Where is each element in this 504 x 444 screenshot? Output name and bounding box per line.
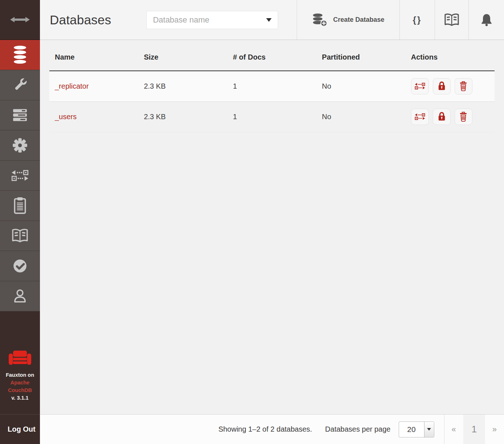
footer: Showing 1–2 of 2 databases. Databases pe… (40, 414, 504, 444)
header: Databases Database name (40, 0, 504, 40)
logout-button[interactable]: Log Out (0, 414, 40, 444)
brand-text-line1: Fauxton on (0, 371, 40, 379)
database-icon (12, 45, 28, 64)
databases-table: Name Size # of Docs Partitioned Actions … (49, 40, 495, 132)
sidebar-item-active-jobs[interactable] (0, 191, 40, 221)
braces-icon: {} (413, 15, 422, 25)
notifications-button[interactable] (468, 0, 504, 40)
database-link-replicator[interactable]: _replicator (55, 82, 89, 90)
set-permissions-button[interactable] (433, 78, 451, 94)
showing-summary: Showing 1–2 of 2 databases. (218, 425, 312, 433)
partitioned-cell: No (317, 71, 406, 101)
clipboard-icon (12, 197, 28, 214)
server-rack-icon (12, 109, 28, 121)
create-database-label: Create Database (333, 16, 384, 24)
column-header-partitioned: Partitioned (317, 40, 406, 71)
lock-icon (437, 112, 447, 122)
pagination-page-1[interactable]: 1 (463, 415, 485, 444)
replicate-database-button[interactable] (411, 109, 429, 125)
replicate-database-button[interactable] (411, 78, 429, 94)
main-panel: Databases Database name (40, 0, 504, 444)
user-icon (12, 288, 28, 304)
book-icon (12, 228, 28, 243)
bell-icon (480, 13, 493, 27)
database-add-icon (312, 13, 328, 27)
database-name-dropdown[interactable]: Database name (146, 11, 278, 29)
brand-text-line2: Apache (0, 379, 40, 387)
check-circle-icon (12, 258, 28, 274)
per-page-select[interactable]: 20 (399, 421, 434, 437)
sidebar-item-active-tasks[interactable] (0, 100, 40, 130)
per-page-label: Databases per page (325, 425, 390, 433)
create-database-button[interactable]: Create Database (297, 0, 399, 40)
couchdb-logo-icon[interactable] (0, 349, 40, 368)
sidebar-item-replication[interactable] (0, 161, 40, 191)
replication-icon (415, 113, 425, 121)
logout-label: Log Out (8, 425, 36, 433)
brand-block: Fauxton on Apache CouchDB v. 3.1.1 (0, 349, 40, 414)
wrench-icon (12, 77, 28, 93)
select-arrow-icon (424, 422, 434, 437)
pagination-next-button[interactable]: » (485, 415, 504, 444)
sidebar-collapse-button[interactable] (0, 0, 40, 40)
pagination: « 1 » (444, 415, 504, 444)
docs-cell: 1 (227, 71, 316, 101)
sidebar-item-databases[interactable] (0, 40, 40, 70)
databases-content: Name Size # of Docs Partitioned Actions … (40, 40, 504, 414)
sidebar-footer: Fauxton on Apache CouchDB v. 3.1.1 Log O… (0, 349, 40, 444)
brand-text-line3: CouchDB (0, 387, 40, 394)
partitioned-cell: No (317, 101, 406, 132)
brand-version: v. 3.1.1 (0, 394, 40, 402)
column-header-docs: # of Docs (227, 40, 316, 71)
trash-icon (459, 112, 468, 122)
sidebar: Fauxton on Apache CouchDB v. 3.1.1 Log O… (0, 0, 40, 444)
database-name-placeholder: Database name (153, 15, 209, 25)
api-url-button[interactable]: {} (399, 0, 435, 40)
sidebar-item-documentation[interactable] (0, 221, 40, 251)
table-row: _replicator 2.3 KB 1 No (49, 71, 495, 101)
sidebar-item-account[interactable] (0, 281, 40, 311)
fauxton-app: Fauxton on Apache CouchDB v. 3.1.1 Log O… (0, 0, 504, 444)
per-page-value: 20 (399, 422, 424, 437)
chevron-down-icon (266, 18, 272, 22)
replication-icon (415, 82, 425, 90)
database-link-users[interactable]: _users (55, 113, 77, 121)
replication-icon (11, 170, 29, 181)
delete-database-button[interactable] (455, 78, 472, 94)
sidebar-item-verify[interactable] (0, 251, 40, 281)
set-permissions-button[interactable] (433, 109, 451, 125)
table-header-row: Name Size # of Docs Partitioned Actions (49, 40, 495, 71)
column-header-name: Name (49, 40, 138, 71)
sidebar-item-setup[interactable] (0, 70, 40, 100)
column-header-actions: Actions (406, 40, 495, 71)
size-cell: 2.3 KB (138, 71, 227, 101)
pagination-prev-button[interactable]: « (444, 415, 463, 444)
documentation-button[interactable] (435, 0, 468, 40)
column-header-size: Size (138, 40, 227, 71)
size-cell: 2.3 KB (138, 101, 227, 132)
sidebar-item-configuration[interactable] (0, 130, 40, 161)
book-icon (444, 13, 459, 27)
delete-database-button[interactable] (455, 109, 472, 125)
trash-icon (459, 81, 468, 92)
lock-icon (437, 81, 447, 91)
table-row: _users 2.3 KB 1 No (49, 101, 495, 132)
docs-cell: 1 (227, 101, 316, 132)
expand-arrows-icon (10, 16, 30, 23)
gear-icon (12, 137, 28, 154)
page-title: Databases (50, 13, 111, 27)
header-actions: Create Database {} (297, 0, 504, 40)
